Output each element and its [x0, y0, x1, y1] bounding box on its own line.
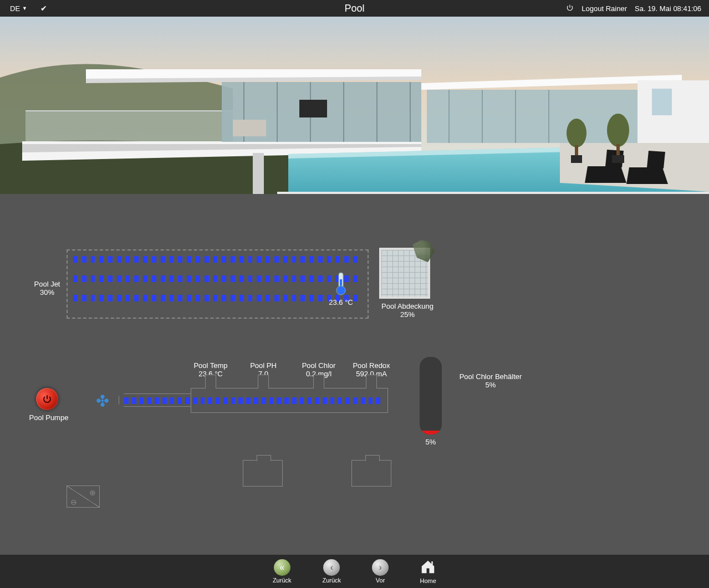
water-wave-row [73, 275, 362, 282]
pool-jet-label: Pool Jet [22, 280, 72, 288]
pool-cover-label: Pool Abdeckung [369, 302, 446, 310]
datetime: Sa. 19. Mai 08:41:06 [635, 4, 701, 13]
chlor-tank-label-value: 5% [455, 381, 527, 389]
svg-rect-36 [612, 155, 624, 163]
chlor-tank-label: Pool Chlor Behälter [455, 372, 527, 381]
pipe-sensor-port [205, 375, 216, 388]
hero-image [0, 17, 709, 194]
minus-icon: ⊖ [70, 498, 77, 507]
nav-back-main-label: Zurück [273, 577, 292, 584]
chlor-tank-label-group: Pool Chlor Behälter 5% [455, 372, 527, 389]
device-outline[interactable] [243, 460, 283, 487]
nav-back-label: Zurück [323, 577, 341, 584]
water-wave-row [73, 295, 362, 301]
power-icon[interactable] [566, 4, 574, 13]
svg-rect-44 [431, 561, 433, 565]
pool-jet-value: 30% [22, 288, 72, 296]
nav-forward[interactable]: › Vor [372, 559, 389, 584]
pipe-sensor-port [258, 375, 269, 388]
nav-home[interactable]: Home [420, 559, 436, 584]
water-wave-row [73, 256, 362, 263]
chlor-tank-gauge-value: 5% [420, 438, 442, 446]
pool-basin [67, 249, 369, 319]
device-outline[interactable] [351, 460, 391, 487]
nav-home-label: Home [420, 577, 436, 584]
double-chevron-left-icon: « [274, 559, 290, 576]
svg-rect-22 [253, 153, 264, 194]
chevron-down-icon: ▼ [22, 6, 27, 11]
pool-jet-widget[interactable]: Pool Jet 30% [22, 280, 72, 296]
nav-back[interactable]: ‹ Zurück [323, 559, 341, 584]
top-bar: DE ▼ ✔ Pool Logout Rainer Sa. 19. Mai 08… [0, 0, 709, 17]
svg-rect-32 [575, 145, 578, 156]
fan-icon [95, 393, 110, 410]
chevron-left-icon: ‹ [323, 559, 340, 576]
svg-marker-30 [647, 151, 665, 168]
svg-marker-29 [626, 167, 668, 184]
sensor-ph-label: Pool PH [233, 361, 294, 370]
home-icon [420, 559, 436, 576]
svg-rect-1 [25, 111, 236, 144]
adjust-control[interactable]: ⊕ ⊖ [67, 485, 100, 508]
chevron-right-icon: › [372, 559, 389, 576]
pipe-sensor-port [313, 375, 324, 388]
svg-rect-38 [233, 120, 266, 136]
thermometer-icon [335, 272, 347, 296]
svg-point-34 [607, 114, 629, 147]
pool-pump-button[interactable] [36, 388, 58, 410]
language-selector[interactable]: DE ▼ [10, 4, 27, 13]
pool-cover-tile[interactable] [379, 248, 430, 299]
pool-cover-widget[interactable]: Pool Abdeckung 25% [369, 302, 446, 319]
dashboard-body: Pool Jet 30% 23.6 °C Pool Abdeckung 25% … [0, 194, 709, 555]
svg-rect-9 [652, 89, 672, 115]
nav-back-main[interactable]: « Zurück [273, 559, 292, 584]
svg-point-31 [567, 119, 586, 147]
svg-rect-37 [299, 100, 327, 117]
svg-point-43 [101, 400, 104, 402]
chlor-tank-fill [420, 431, 442, 434]
sensor-chlor-label: Pool Chlor [288, 361, 349, 370]
language-code: DE [10, 4, 20, 13]
pool-temperature-widget[interactable]: 23.6 °C [324, 272, 358, 306]
sensor-redox-label: Pool Redox [341, 361, 402, 370]
pipe-sensor-port [366, 375, 377, 388]
logout-link[interactable]: Logout Rainer [582, 4, 627, 13]
pool-cover-value: 25% [369, 310, 446, 319]
nav-forward-label: Vor [376, 577, 385, 584]
chlor-tank-gauge[interactable] [420, 357, 442, 434]
check-icon[interactable]: ✔ [40, 4, 47, 13]
pool-pump-label: Pool Pumpe [21, 413, 76, 422]
svg-marker-27 [585, 166, 626, 183]
svg-rect-17 [427, 90, 637, 143]
svg-rect-35 [616, 144, 620, 156]
bottom-nav: « Zurück ‹ Zurück › Vor Home [0, 555, 709, 588]
sensor-temp-label: Pool Temp [180, 361, 241, 370]
pipe-water-flow [124, 397, 384, 404]
plus-icon: ⊕ [89, 488, 96, 497]
page-title: Pool [344, 3, 364, 14]
svg-rect-33 [571, 155, 582, 163]
pool-temperature-value: 23.6 °C [324, 298, 358, 306]
power-icon [42, 394, 52, 404]
